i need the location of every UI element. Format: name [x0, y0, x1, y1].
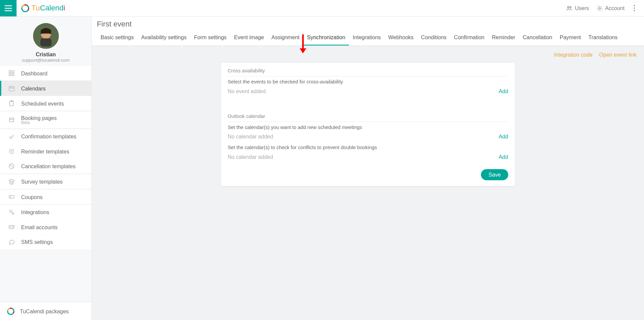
brand-logo-icon [7, 307, 15, 316]
outlook-title: Outlook calendar [228, 112, 508, 122]
save-button[interactable]: Save [481, 169, 508, 180]
tab-reminder[interactable]: Reminder [488, 30, 519, 46]
main-content: First event Basic settingsAvailability s… [92, 16, 644, 320]
sidebar-item-calendars[interactable]: Calendars [0, 81, 92, 96]
brand-text: TuCalendi [32, 4, 65, 12]
svg-rect-14 [9, 86, 14, 91]
svg-rect-9 [40, 39, 51, 47]
svg-rect-10 [9, 71, 11, 73]
svg-rect-17 [9, 118, 14, 122]
svg-rect-12 [9, 74, 11, 76]
brand-logo-icon [21, 3, 30, 12]
hamburger-icon [5, 5, 12, 11]
tab-translations[interactable]: Translations [585, 30, 621, 46]
outlook-add-placeholder: No calendar added [228, 134, 273, 140]
sidebar-item-coupons[interactable]: Coupons [0, 189, 92, 204]
clipboard-icon [8, 100, 15, 107]
page-title: First event [97, 20, 639, 28]
gear-icon [596, 5, 603, 11]
more-menu-button[interactable] [632, 3, 637, 13]
calendar-icon [8, 85, 15, 92]
cross-availability-placeholder: No event added [228, 88, 266, 94]
ticket-icon [8, 193, 15, 200]
tab-payment[interactable]: Payment [556, 30, 585, 46]
svg-rect-20 [9, 195, 14, 198]
users-label: Users [575, 5, 589, 11]
sidebar-item-cancellation-templates[interactable]: Cancellation templates [0, 159, 92, 174]
tab-synchronization[interactable]: Synchronization [303, 30, 349, 46]
outlook-add-desc: Set the calendar(s) you want to add new … [228, 124, 508, 130]
sidebar-item-scheduled-events[interactable]: Scheduled events [0, 96, 92, 111]
tab-webhooks[interactable]: Webhooks [385, 30, 418, 46]
sidebar-item-label: Reminder templates [21, 148, 69, 154]
sidebar-item-label: SMS settings [21, 239, 53, 245]
account-label: Account [605, 5, 625, 11]
outlook-add-button[interactable]: Add [499, 134, 508, 140]
tab-cancellation[interactable]: Cancellation [519, 30, 556, 46]
cross-availability-desc: Select the events to be checked for cros… [228, 79, 508, 85]
dashboard-icon [8, 69, 15, 77]
cancel-icon [8, 163, 15, 170]
tab-form-settings[interactable]: Form settings [190, 30, 230, 46]
brand[interactable]: TuCalendi [21, 3, 65, 12]
svg-point-3 [568, 6, 569, 8]
account-link[interactable]: Account [596, 5, 625, 11]
svg-rect-11 [12, 71, 14, 73]
cross-availability-title: Cross availability [228, 66, 508, 76]
outlook-conflicts-add-button[interactable]: Add [499, 154, 508, 160]
profile-block: Cristian support@tucalendi.com [0, 16, 92, 66]
svg-point-22 [12, 213, 14, 214]
sidebar-item-label: Coupons [21, 194, 43, 200]
outlook-conflicts-desc: Set the calendar(s) to check for conflic… [228, 145, 508, 150]
chat-icon [8, 238, 15, 246]
tab-event-image[interactable]: Event image [230, 30, 268, 46]
svg-rect-23 [9, 225, 14, 229]
sidebar-item-integrations[interactable]: Integrations [0, 204, 92, 220]
svg-point-21 [10, 210, 12, 212]
tab-conditions[interactable]: Conditions [417, 30, 450, 46]
sidebar-item-sms-settings[interactable]: SMS settings [0, 235, 92, 249]
tab-basic-settings[interactable]: Basic settings [97, 30, 138, 46]
mail-icon [8, 223, 15, 231]
tab-confirmation[interactable]: Confirmation [450, 30, 488, 46]
page-header: First event Basic settingsAvailability s… [92, 16, 644, 46]
tabs: Basic settingsAvailability settingsForm … [97, 30, 639, 46]
tab-integrations[interactable]: Integrations [349, 30, 384, 46]
layers-icon [8, 178, 15, 185]
check-icon [8, 133, 15, 140]
sidebar-item-confirmation-templates[interactable]: Confirmation templates [0, 129, 92, 144]
sidebar-item-label: Dashboard [21, 70, 47, 76]
annotation-arrow-icon [298, 34, 308, 54]
sidebar-item-survey-templates[interactable]: Survey templates [0, 174, 92, 189]
sidebar-item-label: Cancellation templates [21, 163, 75, 170]
sidebar: Cristian support@tucalendi.com Dashboard… [0, 16, 92, 320]
profile-email: support@tucalendi.com [0, 58, 92, 63]
sidebar-item-booking-pages[interactable]: Booking pages Beta [0, 111, 92, 129]
sync-card: Cross availability Select the events to … [221, 63, 515, 186]
profile-name: Cristian [0, 51, 92, 58]
cross-availability-add-button[interactable]: Add [499, 88, 508, 94]
integration-code-link[interactable]: Integration code [554, 52, 592, 58]
users-icon [566, 5, 573, 11]
tab-availability-settings[interactable]: Availability settings [138, 30, 190, 46]
avatar[interactable] [33, 23, 59, 49]
sidebar-item-label: Scheduled events [21, 100, 64, 107]
gears-icon [8, 208, 15, 216]
sidebar-item-label: Survey templates [21, 178, 63, 185]
open-event-link[interactable]: Open event link [599, 52, 636, 58]
sidebar-item-label: Calendars [21, 85, 46, 92]
topbar: TuCalendi Users Account [0, 0, 644, 16]
hamburger-menu-button[interactable] [0, 0, 16, 16]
sidebar-item-reminder-templates[interactable]: Reminder templates [0, 144, 92, 158]
users-link[interactable]: Users [566, 5, 589, 11]
svg-point-4 [570, 6, 571, 8]
svg-point-5 [599, 7, 600, 9]
page-icon [8, 116, 15, 124]
sidebar-item-label: Email accounts [21, 224, 58, 230]
svg-rect-13 [12, 74, 14, 76]
sidebar-footer-packages[interactable]: TuCalendi packages [0, 302, 92, 320]
alarm-icon [8, 148, 15, 155]
sidebar-footer-label: TuCalendi packages [20, 308, 69, 315]
sidebar-item-dashboard[interactable]: Dashboard [0, 66, 92, 80]
sidebar-item-email-accounts[interactable]: Email accounts [0, 219, 92, 234]
